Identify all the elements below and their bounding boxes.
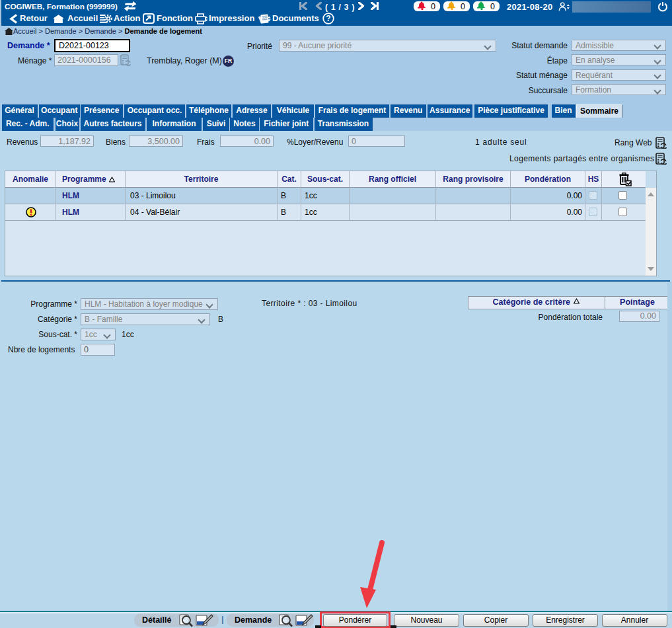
svg-text:?: ? bbox=[326, 14, 330, 23]
